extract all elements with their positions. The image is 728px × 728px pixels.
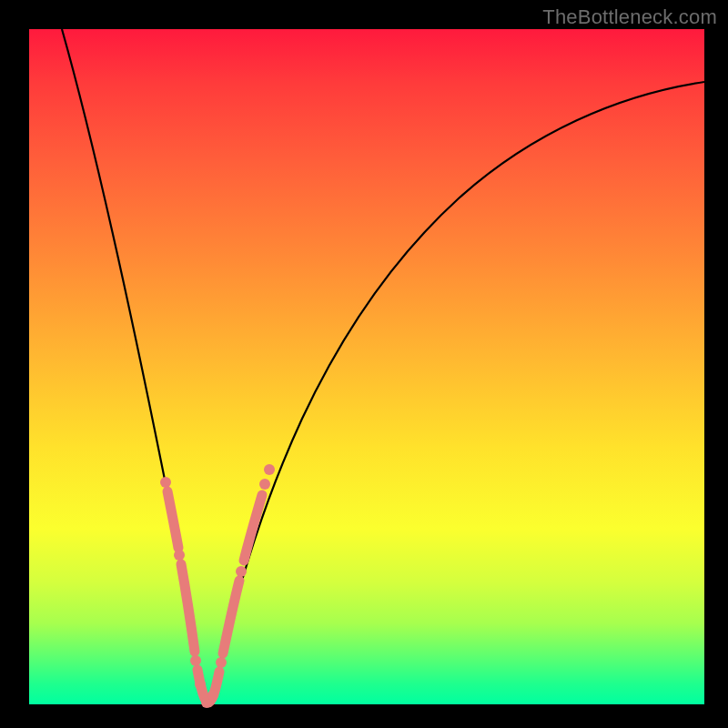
marker-dot	[259, 479, 270, 490]
marker-seg-left-1	[167, 491, 178, 548]
marker-dot	[160, 477, 171, 488]
marker-seg-right-1	[223, 581, 239, 653]
watermark-text: TheBottleneck.com	[542, 5, 717, 29]
marker-dot	[207, 690, 218, 701]
marker-dot	[236, 566, 247, 577]
chart-plot-area	[29, 29, 704, 704]
marker-dot	[195, 679, 206, 690]
bottleneck-curve-svg	[29, 29, 704, 704]
marker-dot	[216, 657, 227, 668]
marker-dot	[174, 550, 185, 561]
marker-dot	[264, 464, 275, 475]
curve-right	[207, 82, 704, 703]
marker-seg-left-2	[181, 564, 195, 652]
marker-dot	[190, 655, 201, 666]
